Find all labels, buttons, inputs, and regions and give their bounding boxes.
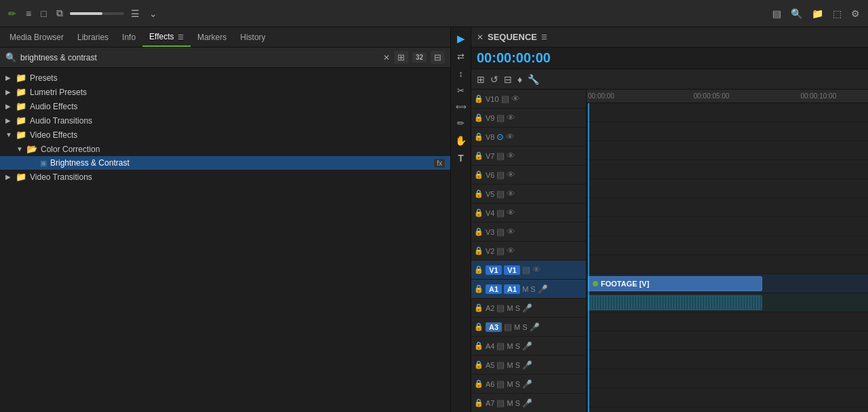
film-v8-icon[interactable]: ⊙ [496,132,504,142]
mute-a2-button[interactable]: M [507,304,513,312]
lock-v4-icon[interactable]: 🔒 [474,208,484,217]
tab-info[interactable]: Info [115,29,142,46]
slip-vertical-icon[interactable]: ⟺ [456,102,467,111]
clip-row-a2[interactable] [587,312,868,331]
film-v7-icon[interactable]: ▤ [496,151,505,161]
timeline-close-button[interactable]: ✕ [477,33,484,42]
clip-row-a3[interactable] [587,331,868,350]
marker-icon[interactable]: ♦ [517,74,522,85]
lock-v2-icon[interactable]: 🔒 [474,246,484,255]
lock-a1-icon[interactable]: 🔒 [474,284,484,293]
tree-item-video-effects[interactable]: ▼ 📁 Video Effects [0,128,450,142]
chevron-icon[interactable]: ⌄ [146,7,160,20]
tree-item-brightness-contrast[interactable]: ▣ Brightness & Contrast fx [0,156,450,170]
tab-effects[interactable]: Effects ☰ [142,28,191,47]
film-v5-icon[interactable]: ▤ [496,189,505,199]
mute-a7-button[interactable]: M [507,399,513,407]
tab-markers[interactable]: Markers [191,29,233,46]
settings-icon[interactable]: ⚙ [848,7,863,20]
a1-select-button[interactable]: A1 [486,284,502,294]
pen-vertical-icon[interactable]: ✏ [457,118,465,128]
clip-row-v8[interactable] [587,141,868,160]
pen-tool-icon[interactable]: ✏ [5,7,19,20]
film-a2-icon[interactable]: ▤ [496,303,505,313]
panel-icon[interactable]: □ [38,7,49,20]
search-clear-button[interactable]: ✕ [383,53,390,62]
lock-v10-icon[interactable]: 🔒 [474,94,484,103]
timeline-menu-icon[interactable]: ☰ [541,33,547,41]
tab-media-browser[interactable]: Media Browser [3,29,71,46]
mic-a4-icon[interactable]: 🎤 [522,341,532,351]
clip-footage-audio[interactable] [588,295,762,310]
clip-footage-video[interactable]: FOOTAGE [V] [588,276,762,291]
export-icon[interactable]: ⬚ [830,7,844,20]
hamburger-icon[interactable]: ☰ [128,7,142,20]
time-ruler[interactable]: 00:00:00 00:00:05:00 00:00:10:00 [587,90,868,103]
eye-v1-icon[interactable]: 👁 [532,265,541,275]
lock-a2-icon[interactable]: 🔒 [474,303,484,312]
filter-icon[interactable]: ⊟ [431,51,445,64]
eye-v9-icon[interactable]: 👁 [507,113,515,123]
lock-v3-icon[interactable]: 🔒 [474,227,484,236]
eye-v5-icon[interactable]: 👁 [507,189,515,199]
lock-v6-icon[interactable]: 🔒 [474,170,484,179]
mute-a5-button[interactable]: M [507,361,513,369]
lock-a6-icon[interactable]: 🔒 [474,379,484,388]
snap-icon[interactable]: ⊞ [477,74,485,85]
a3-target-button[interactable]: A3 [486,322,502,332]
mute-a3-button[interactable]: M [514,323,520,331]
lock-a3-icon[interactable]: 🔒 [474,322,484,331]
clip-row-a7[interactable] [587,407,868,412]
new-bin-icon[interactable]: ⊞ [394,51,408,64]
lock-a7-icon[interactable]: 🔒 [474,398,484,407]
tree-item-audio-effects[interactable]: ▶ 📁 Audio Effects [0,99,450,113]
eye-v6-icon[interactable]: 👁 [507,170,515,180]
eye-v7-icon[interactable]: 👁 [507,151,515,161]
mic-a1-icon[interactable]: 🎤 [538,284,548,294]
float-icon[interactable]: ⧉ [54,6,66,20]
solo-a7-button[interactable]: S [515,399,520,407]
a1-target-button[interactable]: A1 [504,284,520,294]
search-icon[interactable]: 🔍 [788,7,805,20]
search-input[interactable] [20,53,379,62]
clip-row-v10[interactable] [587,103,868,122]
hand-vertical-icon[interactable]: ✋ [455,135,467,146]
text-vertical-icon[interactable]: T [458,153,464,164]
film-v3-icon[interactable]: ▤ [496,227,505,237]
film-v4-icon[interactable]: ▤ [496,208,505,218]
list-view-icon[interactable]: ≡ [23,7,34,20]
clip-row-v7[interactable] [587,160,868,179]
eye-v10-icon[interactable]: 👁 [511,94,520,104]
filter-32-icon[interactable]: 32 [412,52,427,62]
tree-item-audio-transitions[interactable]: ▶ 📁 Audio Transitions [0,113,450,128]
eye-v2-icon[interactable]: 👁 [507,246,515,256]
clip-row-v2[interactable] [587,255,868,274]
clip-row-v1[interactable]: FOOTAGE [V] [587,274,868,293]
mic-a5-icon[interactable]: 🎤 [522,360,532,370]
eye-v4-icon[interactable]: 👁 [507,208,515,218]
solo-a1-button[interactable]: S [530,285,535,293]
film-v6-icon[interactable]: ▤ [496,170,505,180]
mic-a6-icon[interactable]: 🎤 [522,379,532,389]
v1-select-button[interactable]: V1 [486,265,502,275]
tab-libraries[interactable]: Libraries [71,29,115,46]
lock-v1-icon[interactable]: 🔒 [474,265,484,274]
tab-effects-menu-icon[interactable]: ☰ [178,33,184,41]
clip-row-a1[interactable] [587,293,868,312]
film-a3-icon[interactable]: ▤ [504,322,512,332]
tree-item-presets[interactable]: ▶ 📁 Presets [0,71,450,85]
clip-row-v5[interactable] [587,198,868,217]
film-icon[interactable]: ▤ [770,7,784,20]
lock-a4-icon[interactable]: 🔒 [474,341,484,350]
lock-v8-icon[interactable]: 🔒 [474,132,484,141]
mute-a4-button[interactable]: M [507,342,513,350]
clip-row-a6[interactable] [587,388,868,407]
solo-a5-button[interactable]: S [515,361,520,369]
clip-row-v9[interactable] [587,122,868,141]
solo-a2-button[interactable]: S [515,304,520,312]
film-v1-icon[interactable]: ▤ [522,265,530,275]
tree-item-lumetri[interactable]: ▶ 📁 Lumetri Presets [0,85,450,99]
mic-a7-icon[interactable]: 🎤 [522,398,532,408]
lock-a5-icon[interactable]: 🔒 [474,360,484,369]
ripple-vertical-icon[interactable]: ⇄ [457,52,465,62]
